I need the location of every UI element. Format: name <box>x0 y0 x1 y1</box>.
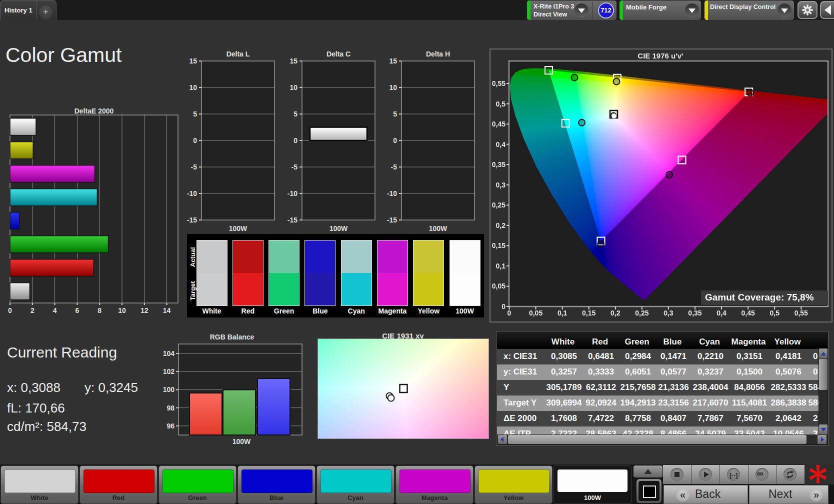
svg-text:102: 102 <box>163 368 175 376</box>
svg-text:100W: 100W <box>429 224 448 232</box>
svg-text:98: 98 <box>166 404 174 412</box>
svg-text:0,1: 0,1 <box>496 262 506 270</box>
svg-text:0,25: 0,25 <box>492 201 506 209</box>
svg-text:-15: -15 <box>288 216 298 224</box>
svg-text:100W: 100W <box>232 438 251 446</box>
svg-text:-5: -5 <box>191 163 198 171</box>
svg-text:104: 104 <box>163 350 175 358</box>
svg-text:100: 100 <box>163 386 175 394</box>
svg-text:0,1: 0,1 <box>558 309 568 317</box>
svg-text:CIE 1976 u'v': CIE 1976 u'v' <box>638 52 683 60</box>
svg-text:0,4: 0,4 <box>716 309 726 317</box>
svg-text:-10: -10 <box>288 190 298 198</box>
svg-text:0,35: 0,35 <box>492 160 506 168</box>
svg-text:0,3: 0,3 <box>664 309 674 317</box>
svg-text:-15: -15 <box>187 216 197 224</box>
svg-text:2: 2 <box>30 306 34 314</box>
svg-text:-10: -10 <box>187 190 197 198</box>
svg-text:0,5: 0,5 <box>496 100 506 108</box>
svg-text:15: 15 <box>290 57 298 65</box>
svg-text:-15: -15 <box>387 216 397 224</box>
svg-text:0,55: 0,55 <box>492 80 506 88</box>
svg-text:10: 10 <box>118 306 126 314</box>
svg-text:0,3: 0,3 <box>496 181 506 189</box>
svg-text:0: 0 <box>193 136 197 144</box>
svg-text:0,5: 0,5 <box>770 309 780 317</box>
svg-text:0,05: 0,05 <box>492 282 506 290</box>
svg-text:0,35: 0,35 <box>688 309 702 317</box>
svg-text:-10: -10 <box>387 190 397 198</box>
svg-text:12: 12 <box>140 306 148 314</box>
svg-text:0,55: 0,55 <box>794 309 808 317</box>
svg-text:0,4: 0,4 <box>496 140 506 148</box>
svg-text:8: 8 <box>98 306 102 314</box>
svg-text:0,15: 0,15 <box>492 242 506 250</box>
svg-text:4: 4 <box>53 306 57 314</box>
svg-text:10: 10 <box>189 84 197 92</box>
svg-text:0: 0 <box>8 306 12 314</box>
svg-text:Delta L: Delta L <box>226 50 250 58</box>
svg-text:-5: -5 <box>391 163 398 171</box>
svg-text:100W: 100W <box>330 224 348 232</box>
svg-text:0: 0 <box>294 136 298 144</box>
svg-text:Delta C: Delta C <box>326 50 350 58</box>
svg-text:5: 5 <box>193 110 197 118</box>
svg-text:10: 10 <box>290 84 298 92</box>
svg-text:0,2: 0,2 <box>610 309 620 317</box>
svg-text:10: 10 <box>389 84 397 92</box>
svg-text:0: 0 <box>502 302 506 310</box>
svg-text:0: 0 <box>393 136 397 144</box>
svg-text:0,15: 0,15 <box>582 309 596 317</box>
svg-text:14: 14 <box>163 306 171 314</box>
svg-text:15: 15 <box>389 57 397 65</box>
svg-text:0,05: 0,05 <box>529 309 542 317</box>
svg-text:5: 5 <box>393 110 397 118</box>
svg-text:0,45: 0,45 <box>492 120 506 128</box>
svg-text:DeltaE 2000: DeltaE 2000 <box>74 107 114 115</box>
svg-text:5: 5 <box>294 110 298 118</box>
svg-text:Delta H: Delta H <box>426 50 450 58</box>
svg-text:6: 6 <box>76 306 80 314</box>
svg-text:0,2: 0,2 <box>496 222 506 230</box>
svg-text:15: 15 <box>189 57 197 65</box>
svg-text:100W: 100W <box>229 224 248 232</box>
svg-text:-5: -5 <box>292 163 298 171</box>
svg-text:RGB Balance: RGB Balance <box>210 333 254 341</box>
svg-text:96: 96 <box>166 422 174 430</box>
svg-text:0: 0 <box>508 309 512 317</box>
svg-text:Gamut Coverage: 75,8%: Gamut Coverage: 75,8% <box>705 292 814 302</box>
svg-text:0,25: 0,25 <box>635 309 648 317</box>
svg-text:0,45: 0,45 <box>742 309 755 317</box>
